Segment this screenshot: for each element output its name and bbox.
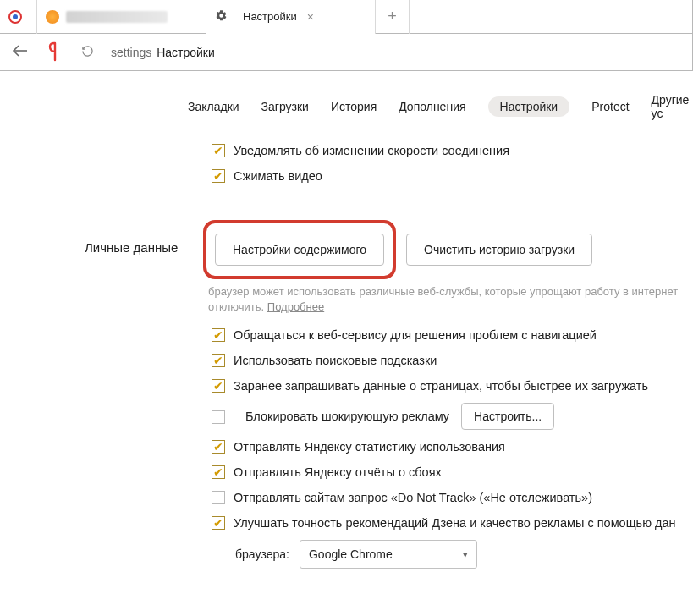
- checkbox-zen-quality[interactable]: [212, 516, 225, 530]
- section-personal-data: Личные данные: [85, 240, 178, 255]
- label-zen-quality: Улучшать точность рекомендаций Дзена и к…: [234, 514, 676, 531]
- back-button[interactable]: [12, 43, 29, 61]
- tab2-favicon: [46, 10, 59, 24]
- tab1-favicon: [8, 10, 22, 24]
- checkbox-prefetch[interactable]: [212, 379, 225, 393]
- clear-history-button[interactable]: Очистить историю загрузки: [406, 234, 592, 266]
- highlight-content-settings: Настройки содержимого: [203, 220, 396, 279]
- nav-addons[interactable]: Дополнения: [399, 100, 465, 113]
- content-settings-button[interactable]: Настройки содержимого: [215, 234, 384, 266]
- nav-protect[interactable]: Protect: [591, 100, 629, 113]
- label-compress-video: Сжимать видео: [234, 168, 322, 184]
- label-block-ads: Блокировать шокирующую рекламу: [245, 408, 449, 425]
- label-dnt: Отправлять сайтам запрос «Do Not Track» …: [234, 489, 592, 506]
- label-notify-speed: Уведомлять об изменении скорости соедине…: [234, 142, 509, 159]
- tab2-title-blurred: [66, 11, 168, 23]
- label-nav-help: Обращаться к веб-сервису для решения про…: [234, 327, 597, 344]
- addr-prefix: settings: [111, 46, 151, 59]
- label-crash-reports: Отправлять Яндексу отчёты о сбоях: [234, 464, 442, 481]
- helper-text: браузер может использовать различные веб…: [208, 284, 690, 315]
- tab-settings[interactable]: Настройки ×: [206, 0, 376, 34]
- tab-settings-title: Настройки: [243, 10, 297, 23]
- checkbox-nav-help[interactable]: [212, 328, 225, 342]
- nav-other[interactable]: Другие ус: [652, 93, 693, 120]
- tab-strip: Настройки × +: [0, 0, 693, 34]
- configure-ads-button[interactable]: Настроить...: [461, 403, 554, 430]
- settings-nav: Закладки Загрузки История Дополнения Нас…: [0, 71, 693, 137]
- yandex-logo[interactable]: [46, 41, 64, 63]
- reload-icon[interactable]: [81, 45, 94, 60]
- settings-content: Уведомлять об изменении скорости соедине…: [0, 142, 693, 569]
- label-usage-stats: Отправлять Яндексу статистику использова…: [234, 438, 505, 455]
- tab-1[interactable]: [0, 0, 37, 34]
- gear-icon: [215, 9, 228, 25]
- checkbox-block-ads[interactable]: [212, 410, 225, 424]
- close-icon[interactable]: ×: [307, 10, 314, 24]
- browser-select[interactable]: Google Chrome ▾: [300, 540, 477, 569]
- label-search-hints: Использовать поисковые подсказки: [234, 352, 437, 369]
- helper-more-link[interactable]: Подробнее: [267, 300, 324, 313]
- checkbox-notify-speed[interactable]: [212, 144, 225, 157]
- new-tab-button[interactable]: +: [376, 0, 410, 34]
- checkbox-dnt[interactable]: [212, 491, 225, 504]
- nav-history[interactable]: История: [331, 100, 377, 113]
- browser-select-value: Google Chrome: [309, 547, 393, 561]
- address-bar[interactable]: settings Настройки: [111, 46, 215, 59]
- svg-point-1: [13, 14, 18, 19]
- tab-2[interactable]: [37, 0, 206, 34]
- toolbar: settings Настройки: [0, 34, 693, 71]
- checkbox-crash-reports[interactable]: [212, 465, 225, 479]
- browser-row-label: браузера:: [235, 547, 289, 561]
- nav-downloads[interactable]: Загрузки: [261, 100, 309, 113]
- checkbox-compress-video[interactable]: [212, 169, 225, 183]
- chevron-down-icon: ▾: [463, 549, 468, 560]
- addr-label: Настройки: [157, 46, 215, 59]
- checkbox-usage-stats[interactable]: [212, 440, 225, 454]
- checkbox-search-hints[interactable]: [212, 354, 225, 367]
- nav-settings[interactable]: Настройки: [488, 96, 570, 117]
- label-prefetch: Заранее запрашивать данные о страницах, …: [234, 377, 648, 394]
- nav-bookmarks[interactable]: Закладки: [188, 100, 239, 113]
